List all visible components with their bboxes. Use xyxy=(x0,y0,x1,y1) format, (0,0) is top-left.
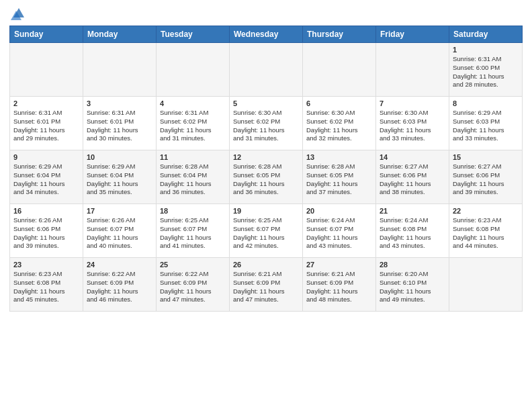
calendar-header-row: SundayMondayTuesdayWednesdayThursdayFrid… xyxy=(10,26,523,43)
day-info: Sunrise: 6:26 AM Sunset: 6:06 PM Dayligh… xyxy=(13,216,79,250)
day-number: 17 xyxy=(87,207,152,215)
day-cell-15: 15Sunrise: 6:27 AM Sunset: 6:06 PM Dayli… xyxy=(449,150,523,204)
day-number: 23 xyxy=(13,261,79,269)
day-number: 5 xyxy=(233,99,299,107)
day-number: 22 xyxy=(453,207,519,215)
day-info: Sunrise: 6:24 AM Sunset: 6:08 PM Dayligh… xyxy=(380,216,445,250)
day-cell-10: 10Sunrise: 6:29 AM Sunset: 6:04 PM Dayli… xyxy=(83,150,157,204)
day-number: 26 xyxy=(233,261,299,269)
day-info: Sunrise: 6:28 AM Sunset: 6:05 PM Dayligh… xyxy=(233,163,299,197)
day-number: 20 xyxy=(306,207,372,215)
day-cell-7: 7Sunrise: 6:30 AM Sunset: 6:03 PM Daylig… xyxy=(376,97,449,150)
day-info: Sunrise: 6:31 AM Sunset: 6:01 PM Dayligh… xyxy=(13,109,79,143)
day-info: Sunrise: 6:21 AM Sunset: 6:09 PM Dayligh… xyxy=(306,270,372,304)
col-header-thursday: Thursday xyxy=(303,26,376,43)
col-header-saturday: Saturday xyxy=(449,26,523,43)
day-number: 11 xyxy=(160,153,226,161)
col-header-wednesday: Wednesday xyxy=(230,26,303,43)
day-number: 15 xyxy=(453,153,519,161)
empty-cell xyxy=(449,258,523,312)
empty-cell xyxy=(230,43,303,97)
day-info: Sunrise: 6:26 AM Sunset: 6:07 PM Dayligh… xyxy=(87,216,152,250)
empty-cell xyxy=(303,43,376,97)
day-number: 10 xyxy=(87,153,152,161)
day-info: Sunrise: 6:20 AM Sunset: 6:10 PM Dayligh… xyxy=(380,270,445,304)
empty-cell xyxy=(83,43,157,97)
day-info: Sunrise: 6:21 AM Sunset: 6:09 PM Dayligh… xyxy=(233,270,299,304)
day-info: Sunrise: 6:31 AM Sunset: 6:01 PM Dayligh… xyxy=(87,109,152,143)
day-info: Sunrise: 6:28 AM Sunset: 6:04 PM Dayligh… xyxy=(160,163,226,197)
day-number: 1 xyxy=(453,46,519,54)
day-info: Sunrise: 6:25 AM Sunset: 6:07 PM Dayligh… xyxy=(160,216,226,250)
day-info: Sunrise: 6:27 AM Sunset: 6:06 PM Dayligh… xyxy=(380,163,445,197)
day-info: Sunrise: 6:30 AM Sunset: 6:02 PM Dayligh… xyxy=(233,109,299,143)
col-header-sunday: Sunday xyxy=(10,26,83,43)
week-row-5: 23Sunrise: 6:23 AM Sunset: 6:08 PM Dayli… xyxy=(10,258,523,312)
col-header-monday: Monday xyxy=(83,26,157,43)
week-row-2: 2Sunrise: 6:31 AM Sunset: 6:01 PM Daylig… xyxy=(10,97,523,150)
day-info: Sunrise: 6:30 AM Sunset: 6:02 PM Dayligh… xyxy=(306,109,372,143)
logo xyxy=(9,9,27,21)
day-cell-5: 5Sunrise: 6:30 AM Sunset: 6:02 PM Daylig… xyxy=(230,97,303,150)
day-info: Sunrise: 6:31 AM Sunset: 6:00 PM Dayligh… xyxy=(453,55,519,89)
day-info: Sunrise: 6:23 AM Sunset: 6:08 PM Dayligh… xyxy=(13,270,79,304)
day-number: 19 xyxy=(233,207,299,215)
day-cell-17: 17Sunrise: 6:26 AM Sunset: 6:07 PM Dayli… xyxy=(83,204,157,258)
logo-text xyxy=(9,9,27,21)
day-cell-13: 13Sunrise: 6:28 AM Sunset: 6:05 PM Dayli… xyxy=(303,150,376,204)
day-cell-2: 2Sunrise: 6:31 AM Sunset: 6:01 PM Daylig… xyxy=(10,97,83,150)
day-info: Sunrise: 6:29 AM Sunset: 6:03 PM Dayligh… xyxy=(453,109,519,143)
day-number: 25 xyxy=(160,261,226,269)
day-info: Sunrise: 6:22 AM Sunset: 6:09 PM Dayligh… xyxy=(160,270,226,304)
day-number: 28 xyxy=(380,261,445,269)
day-cell-9: 9Sunrise: 6:29 AM Sunset: 6:04 PM Daylig… xyxy=(10,150,83,204)
day-cell-25: 25Sunrise: 6:22 AM Sunset: 6:09 PM Dayli… xyxy=(157,258,230,312)
day-cell-3: 3Sunrise: 6:31 AM Sunset: 6:01 PM Daylig… xyxy=(83,97,157,150)
day-number: 13 xyxy=(306,153,372,161)
day-cell-24: 24Sunrise: 6:22 AM Sunset: 6:09 PM Dayli… xyxy=(83,258,157,312)
day-number: 27 xyxy=(306,261,372,269)
calendar-table: SundayMondayTuesdayWednesdayThursdayFrid… xyxy=(9,26,523,312)
day-info: Sunrise: 6:28 AM Sunset: 6:05 PM Dayligh… xyxy=(306,163,372,197)
day-cell-26: 26Sunrise: 6:21 AM Sunset: 6:09 PM Dayli… xyxy=(230,258,303,312)
day-cell-28: 28Sunrise: 6:20 AM Sunset: 6:10 PM Dayli… xyxy=(376,258,449,312)
day-cell-27: 27Sunrise: 6:21 AM Sunset: 6:09 PM Dayli… xyxy=(303,258,376,312)
day-cell-20: 20Sunrise: 6:24 AM Sunset: 6:07 PM Dayli… xyxy=(303,204,376,258)
day-cell-6: 6Sunrise: 6:30 AM Sunset: 6:02 PM Daylig… xyxy=(303,97,376,150)
header xyxy=(9,7,523,21)
day-number: 2 xyxy=(13,99,79,107)
day-cell-18: 18Sunrise: 6:25 AM Sunset: 6:07 PM Dayli… xyxy=(157,204,230,258)
col-header-tuesday: Tuesday xyxy=(157,26,230,43)
day-number: 4 xyxy=(160,99,226,107)
day-info: Sunrise: 6:24 AM Sunset: 6:07 PM Dayligh… xyxy=(306,216,372,250)
day-info: Sunrise: 6:27 AM Sunset: 6:06 PM Dayligh… xyxy=(453,163,519,197)
col-header-friday: Friday xyxy=(376,26,449,43)
day-number: 12 xyxy=(233,153,299,161)
day-info: Sunrise: 6:22 AM Sunset: 6:09 PM Dayligh… xyxy=(87,270,152,304)
day-cell-19: 19Sunrise: 6:25 AM Sunset: 6:07 PM Dayli… xyxy=(230,204,303,258)
day-number: 3 xyxy=(87,99,152,107)
day-cell-1: 1Sunrise: 6:31 AM Sunset: 6:00 PM Daylig… xyxy=(449,43,523,97)
day-cell-22: 22Sunrise: 6:23 AM Sunset: 6:08 PM Dayli… xyxy=(449,204,523,258)
day-number: 6 xyxy=(306,99,372,107)
day-cell-16: 16Sunrise: 6:26 AM Sunset: 6:06 PM Dayli… xyxy=(10,204,83,258)
day-number: 8 xyxy=(453,99,519,107)
day-number: 9 xyxy=(13,153,79,161)
page: SundayMondayTuesdayWednesdayThursdayFrid… xyxy=(0,0,532,321)
day-number: 16 xyxy=(13,207,79,215)
day-cell-14: 14Sunrise: 6:27 AM Sunset: 6:06 PM Dayli… xyxy=(376,150,449,204)
empty-cell xyxy=(10,43,83,97)
day-number: 21 xyxy=(380,207,445,215)
day-cell-12: 12Sunrise: 6:28 AM Sunset: 6:05 PM Dayli… xyxy=(230,150,303,204)
day-cell-8: 8Sunrise: 6:29 AM Sunset: 6:03 PM Daylig… xyxy=(449,97,523,150)
logo-icon xyxy=(11,5,27,21)
day-info: Sunrise: 6:30 AM Sunset: 6:03 PM Dayligh… xyxy=(380,109,445,143)
day-info: Sunrise: 6:29 AM Sunset: 6:04 PM Dayligh… xyxy=(13,163,79,197)
day-number: 18 xyxy=(160,207,226,215)
day-number: 24 xyxy=(87,261,152,269)
day-number: 7 xyxy=(380,99,445,107)
day-cell-21: 21Sunrise: 6:24 AM Sunset: 6:08 PM Dayli… xyxy=(376,204,449,258)
day-cell-4: 4Sunrise: 6:31 AM Sunset: 6:02 PM Daylig… xyxy=(157,97,230,150)
empty-cell xyxy=(376,43,449,97)
week-row-4: 16Sunrise: 6:26 AM Sunset: 6:06 PM Dayli… xyxy=(10,204,523,258)
